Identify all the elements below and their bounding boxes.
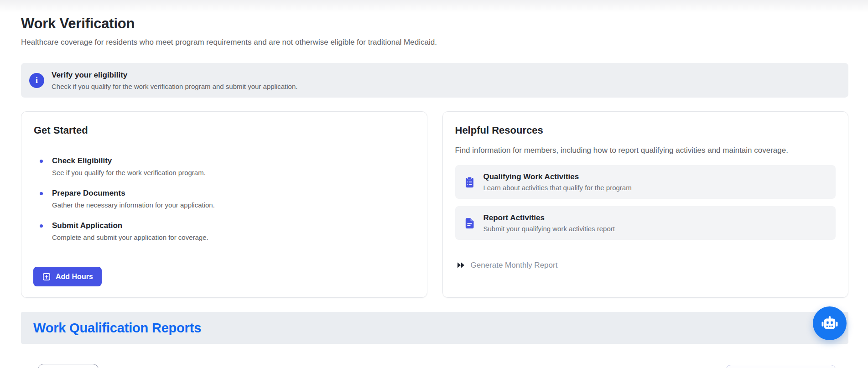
robot-icon: [820, 314, 839, 333]
resource-body: Qualifying Work Activities Learn about a…: [483, 172, 632, 192]
step-title: Prepare Documents: [52, 189, 215, 198]
clipboard-list-icon: [463, 176, 476, 188]
banner-description: Check if you qualify for the work verifi…: [52, 83, 297, 90]
step-check-eligibility: Check Eligibility See if you qualify for…: [34, 156, 415, 176]
get-started-title: Get Started: [34, 124, 415, 136]
eligibility-info-banner: i Verify your eligibility Check if you q…: [21, 63, 848, 98]
info-icon: i: [29, 73, 44, 88]
partial-filter-button[interactable]: [38, 364, 99, 368]
step-body: Submit Application Complete and submit y…: [52, 221, 208, 241]
fast-forward-icon: [456, 260, 466, 270]
helpful-resources-card: Helpful Resources Find information for m…: [442, 111, 849, 298]
step-body: Prepare Documents Gather the necessary i…: [52, 189, 215, 209]
get-started-card-inner: Get Started Check Eligibility See if you…: [21, 112, 427, 266]
partial-action-card[interactable]: [726, 365, 836, 368]
chatbot-button[interactable]: [813, 306, 847, 340]
resource-title: Report Activities: [483, 213, 615, 223]
resource-body: Report Activities Submit your qualifying…: [483, 213, 615, 233]
helpful-resources-card-inner: Helpful Resources Find information for m…: [443, 112, 848, 285]
bullet-icon: [40, 192, 43, 195]
resource-report-activities[interactable]: Report Activities Submit your qualifying…: [455, 206, 836, 240]
generate-monthly-report-button[interactable]: Generate Monthly Report: [455, 260, 558, 270]
step-description: Gather the necessary information for you…: [52, 201, 215, 209]
page-subtitle: Healthcare coverage for residents who me…: [21, 38, 848, 47]
get-started-steps: Check Eligibility See if you qualify for…: [34, 156, 415, 241]
generate-monthly-report-label: Generate Monthly Report: [471, 261, 558, 270]
plus-square-icon: [42, 272, 51, 281]
step-submit-application: Submit Application Complete and submit y…: [34, 221, 415, 241]
page-title: Work Verification: [21, 0, 848, 32]
step-description: See if you qualify for the work verifica…: [52, 169, 206, 176]
work-qualification-reports-section: Work Qualification Reports: [21, 312, 848, 344]
step-description: Complete and submit your application for…: [52, 233, 208, 241]
get-started-card: Get Started Check Eligibility See if you…: [21, 111, 427, 298]
banner-text: Verify your eligibility Check if you qua…: [52, 71, 297, 90]
main-content: Work Verification Healthcare coverage fo…: [0, 0, 868, 344]
resource-description: Learn about activities that qualify for …: [483, 184, 632, 192]
bullet-icon: [40, 160, 43, 163]
work-qualification-reports-title: Work Qualification Reports: [33, 321, 201, 336]
add-hours-label: Add Hours: [56, 273, 93, 281]
resource-title: Qualifying Work Activities: [483, 172, 632, 181]
step-body: Check Eligibility See if you qualify for…: [52, 156, 206, 176]
helpful-resources-title: Helpful Resources: [455, 124, 836, 136]
helpful-resources-subtitle: Find information for members, including …: [455, 146, 836, 155]
step-title: Check Eligibility: [52, 156, 206, 166]
banner-title: Verify your eligibility: [52, 71, 297, 80]
resource-qualifying-work-activities[interactable]: Qualifying Work Activities Learn about a…: [455, 165, 836, 199]
step-prepare-documents: Prepare Documents Gather the necessary i…: [34, 189, 415, 209]
add-hours-button[interactable]: Add Hours: [33, 267, 102, 286]
file-text-icon: [463, 217, 476, 229]
resource-description: Submit your qualifying work activities r…: [483, 225, 615, 233]
step-title: Submit Application: [52, 221, 208, 230]
bullet-icon: [40, 224, 43, 228]
cards-row: Get Started Check Eligibility See if you…: [21, 111, 848, 298]
